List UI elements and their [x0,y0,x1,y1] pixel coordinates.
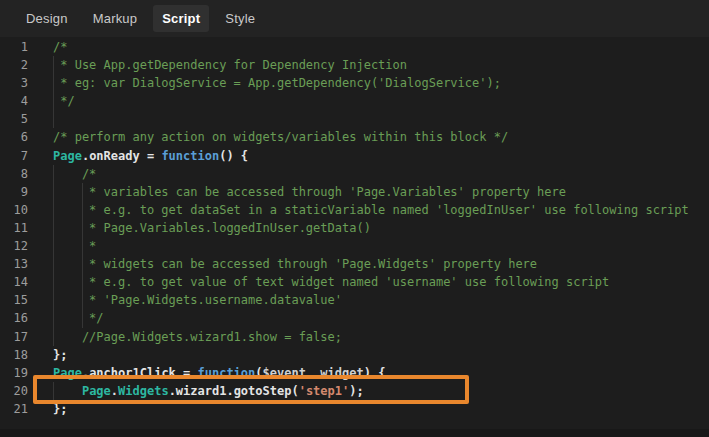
script-editor[interactable]: 1/*2 * Use App.getDependency for Depende… [0,37,709,437]
code-line[interactable]: 2 * Use App.getDependency for Dependency… [0,56,709,74]
code-line[interactable]: 20 Page.Widgets.wizard1.gotoStep('step1'… [0,382,709,400]
code-lines: 1/*2 * Use App.getDependency for Depende… [0,38,709,418]
line-number: 17 [0,328,40,346]
code-text: Page.anchor1Click = function($event, wid… [53,364,385,382]
code-line[interactable]: 14 * e.g. to get value of text widget na… [0,273,709,291]
line-number: 15 [0,291,40,309]
line-number: 21 [0,400,40,418]
code-line[interactable]: 15 * 'Page.Widgets.username.datavalue' [0,291,709,309]
code-line[interactable]: 11 * Page.Variables.loggedInUser.getData… [0,219,709,237]
line-number: 8 [0,165,40,183]
line-number: 9 [0,183,40,201]
code-line[interactable]: 17 //Page.Widgets.wizard1.show = false; [0,328,709,346]
code-text: /* [53,165,96,183]
code-text: */ [53,92,75,110]
code-line[interactable]: 3 * eg: var DialogService = App.getDepen… [0,74,709,92]
code-text: * widgets can be accessed through 'Page.… [53,255,537,273]
code-text: * [53,237,96,255]
line-number: 18 [0,346,40,364]
code-line[interactable]: 1/* [0,38,709,56]
code-text: }; [53,400,67,418]
code-line[interactable]: 12 * [0,237,709,255]
code-text: Page.onReady = function() { [53,147,248,165]
line-number: 3 [0,74,40,92]
code-text: * Use App.getDependency for Dependency I… [53,56,407,74]
code-line[interactable]: 7Page.onReady = function() { [0,147,709,165]
code-line[interactable]: 10 * e.g. to get dataSet in a staticVari… [0,201,709,219]
code-text: Page.Widgets.wizard1.gotoStep('step1'); [53,382,364,400]
code-line[interactable]: 19Page.anchor1Click = function($event, w… [0,364,709,382]
editor-tab-bar: DesignMarkupScriptStyle [0,0,709,37]
code-text: * e.g. to get dataSet in a staticVariabl… [53,201,689,219]
line-number: 1 [0,38,40,56]
code-line[interactable]: 6/* perform any action on widgets/variab… [0,128,709,146]
line-number: 16 [0,309,40,327]
line-number: 13 [0,255,40,273]
script-editor-window: DesignMarkupScriptStyle 1/*2 * Use App.g… [0,0,709,437]
code-text: * eg: var DialogService = App.getDepende… [53,74,501,92]
code-text: * e.g. to get value of text widget named… [53,273,609,291]
line-number: 7 [0,147,40,165]
code-line[interactable]: 9 * variables can be accessed through 'P… [0,183,709,201]
editor-bottom-strip [0,429,709,437]
tab-markup[interactable]: Markup [84,5,147,32]
code-text: * 'Page.Widgets.username.datavalue' [53,291,342,309]
line-number: 14 [0,273,40,291]
code-line[interactable]: 5 [0,110,709,128]
code-text: */ [53,309,104,327]
code-text: * variables can be accessed through 'Pag… [53,183,566,201]
line-number: 19 [0,364,40,382]
code-text: /* [53,38,67,56]
tab-script[interactable]: Script [153,5,209,32]
code-line[interactable]: 13 * widgets can be accessed through 'Pa… [0,255,709,273]
code-text: }; [53,346,67,364]
code-text: /* perform any action on widgets/variabl… [53,128,508,146]
code-line[interactable]: 16 */ [0,309,709,327]
line-number: 4 [0,92,40,110]
tab-style[interactable]: Style [216,5,264,32]
indent-guide [53,110,54,128]
line-number: 5 [0,110,40,128]
line-number: 20 [0,382,40,400]
line-number: 10 [0,201,40,219]
tab-design[interactable]: Design [17,5,77,32]
line-number: 12 [0,237,40,255]
line-number: 11 [0,219,40,237]
code-line[interactable]: 8 /* [0,165,709,183]
line-number: 6 [0,128,40,146]
code-text: //Page.Widgets.wizard1.show = false; [53,328,342,346]
code-line[interactable]: 21}; [0,400,709,418]
code-line[interactable]: 4 */ [0,92,709,110]
code-text: * Page.Variables.loggedInUser.getData() [53,219,371,237]
line-number: 2 [0,56,40,74]
code-line[interactable]: 18}; [0,346,709,364]
